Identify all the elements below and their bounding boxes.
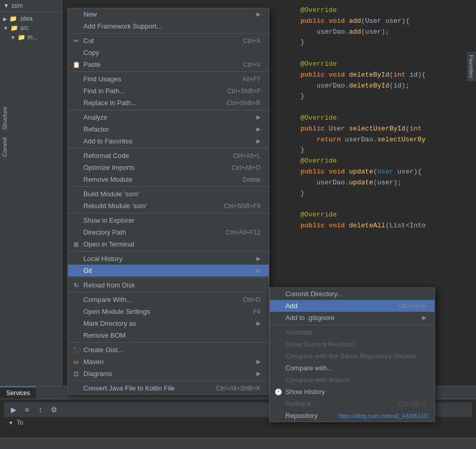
arrow-icon: ▶: [256, 11, 261, 18]
right-tabs: Favorites: [467, 52, 476, 81]
maven-icon: m: [72, 359, 80, 365]
arrow-icon: ▶: [256, 370, 261, 377]
separator: [68, 251, 269, 252]
sidebar-items: ▶ 📁 .idea ▼ 📁 src ▼ 📁 m...: [0, 12, 62, 44]
status-bar: [0, 438, 476, 449]
sidebar-item-label: src: [20, 24, 28, 32]
expand-icon: ▼: [3, 2, 9, 9]
menu-item-add[interactable]: Add Ctrl+Alt+A: [270, 300, 435, 312]
menu-item-show-history[interactable]: 🕐 Show History: [270, 386, 435, 398]
context-menu: New ▶ Add Framework Support... ✂ Cut Ctr…: [67, 8, 269, 395]
menu-item-repository[interactable]: Repository https://blog.csdn.net/m0_4339…: [270, 410, 435, 422]
code-annotation: @Override: [300, 6, 337, 14]
git-submenu: Commit Directory... Add Ctrl+Alt+A Add t…: [269, 287, 435, 422]
arrow-icon: ▶: [256, 114, 261, 121]
run-button[interactable]: ▶: [8, 404, 19, 415]
menu-item-removebom[interactable]: Remove BOM: [68, 329, 269, 341]
menu-item-show-current[interactable]: Show Current Revision: [270, 338, 435, 350]
menu-item-rollback[interactable]: Rollback... Ctrl+Alt+Z: [270, 398, 435, 410]
menu-item-reload[interactable]: ↻ Reload from Disk: [68, 279, 269, 291]
menu-item-diagrams[interactable]: ⊡ Diagrams ▶: [68, 368, 269, 380]
menu-item-reformat[interactable]: Reformat Code Ctrl+Alt+L: [68, 150, 269, 162]
menu-item-refactor[interactable]: Refactor ▶: [68, 123, 269, 135]
arrow-icon: ▶: [256, 255, 261, 262]
expand-icon: ▼: [8, 420, 13, 426]
separator: [68, 110, 269, 110]
separator: [270, 325, 435, 325]
menu-item-annotate[interactable]: Annotate: [270, 326, 435, 338]
menu-item-showinexplorer[interactable]: Show in Explorer: [68, 214, 269, 226]
menu-item-favorites[interactable]: Add to Favorites ▶: [68, 135, 269, 147]
menu-item-new[interactable]: New ▶: [68, 8, 269, 20]
clock-icon: 🕐: [274, 388, 282, 396]
menu-item-copy[interactable]: Copy: [68, 47, 269, 59]
menu-item-localhistory[interactable]: Local History ▶: [68, 253, 269, 265]
separator: [68, 278, 269, 278]
sidebar-item-label: m...: [27, 34, 38, 41]
menu-item-build[interactable]: Build Module 'ssm': [68, 188, 269, 200]
sidebar-title: ssm: [11, 2, 23, 9]
settings-icon[interactable]: ⚙: [49, 404, 59, 415]
menu-item-findinpath[interactable]: Find in Path... Ctrl+Shift+F: [68, 85, 269, 97]
tab-services[interactable]: Services: [0, 386, 36, 399]
menu-item-optimize[interactable]: Optimize Imports Ctrl+Alt+O: [68, 162, 269, 173]
menu-item-compare-branch[interactable]: Compare with Branch...: [270, 374, 435, 386]
list-icon[interactable]: ≡: [22, 404, 32, 415]
services-label: To: [17, 419, 23, 426]
menu-item-analyze[interactable]: Analyze ▶: [68, 111, 269, 123]
arrow-icon: ▶: [256, 126, 261, 133]
left-tabs: Structure Commit: [0, 104, 10, 160]
terminal-icon: ⊞: [72, 241, 80, 248]
menu-item-commit-dir[interactable]: Commit Directory...: [270, 288, 435, 300]
menu-item-convertkotlin[interactable]: Convert Java File to Kotlin File Ctrl+Al…: [68, 382, 269, 394]
menu-item-cut[interactable]: ✂ Cut Ctrl+X: [68, 35, 269, 47]
separator: [68, 71, 269, 72]
reload-icon: ↻: [72, 282, 80, 289]
sort-icon[interactable]: ↕: [35, 404, 46, 415]
separator: [68, 186, 269, 187]
menu-item-framework[interactable]: Add Framework Support...: [68, 20, 269, 32]
tab-commit[interactable]: Commit: [0, 134, 10, 160]
menu-item-compare-with[interactable]: Compare with...: [270, 362, 435, 374]
arrow-icon: ▶: [422, 314, 426, 321]
separator: [68, 381, 269, 381]
arrow-icon: ▶: [256, 267, 261, 274]
tab-favorites[interactable]: Favorites: [467, 52, 476, 81]
arrow-icon: ▶: [256, 138, 261, 144]
cut-icon: ✂: [72, 37, 80, 45]
menu-item-comparewith[interactable]: Compare With... Ctrl+D: [68, 294, 269, 306]
menu-item-creategist[interactable]: ⚫ Create Gist...: [68, 344, 269, 356]
menu-item-dirpath[interactable]: Directory Path Ctrl+Alt+F12: [68, 226, 269, 238]
menu-item-git[interactable]: Git ▶: [68, 265, 269, 277]
menu-item-findusages[interactable]: Find Usages Alt+F7: [68, 73, 269, 85]
menu-item-modulesettings[interactable]: Open Module Settings F4: [68, 306, 269, 317]
sidebar-item-m[interactable]: ▼ 📁 m...: [0, 33, 62, 42]
sidebar: ▼ ssm ▶ 📁 .idea ▼ 📁 src ▼ 📁 m...: [0, 0, 62, 449]
menu-item-replaceinpath[interactable]: Replace in Path... Ctrl+Shift+R: [68, 97, 269, 109]
diagrams-icon: ⊡: [72, 370, 80, 378]
arrow-icon: ▶: [256, 320, 261, 327]
sidebar-item-label: .idea: [19, 15, 33, 22]
separator: [68, 148, 269, 149]
separator: [68, 213, 269, 213]
arrow-icon: ▶: [256, 358, 261, 365]
menu-item-maven[interactable]: m Maven ▶: [68, 356, 269, 368]
expand-icon: ▶: [3, 16, 7, 22]
separator: [68, 342, 269, 343]
menu-item-removemodule[interactable]: Remove Module Delete: [68, 173, 269, 185]
menu-item-terminal[interactable]: ⊞ Open in Terminal: [68, 238, 269, 250]
menu-item-compare-same[interactable]: Compare with the Same Repository Version: [270, 350, 435, 362]
separator: [68, 33, 269, 34]
expand-icon: ▼: [10, 35, 16, 40]
menu-item-paste[interactable]: 📋 Paste Ctrl+V: [68, 59, 269, 70]
tab-structure[interactable]: Structure: [0, 104, 10, 133]
menu-item-gitignore[interactable]: Add to .gitignore ▶: [270, 312, 435, 324]
separator: [68, 292, 269, 293]
clipboard-icon: 📋: [72, 61, 80, 68]
sidebar-item-idea[interactable]: ▶ 📁 .idea: [0, 14, 62, 23]
sidebar-item-src[interactable]: ▼ 📁 src: [0, 23, 62, 33]
menu-item-rebuild[interactable]: Rebuild Module 'ssm' Ctrl+Shift+F9: [68, 200, 269, 212]
expand-icon: ▼: [3, 25, 8, 31]
menu-item-markdir[interactable]: Mark Directory as ▶: [68, 317, 269, 329]
sidebar-header: ▼ ssm: [0, 0, 62, 12]
